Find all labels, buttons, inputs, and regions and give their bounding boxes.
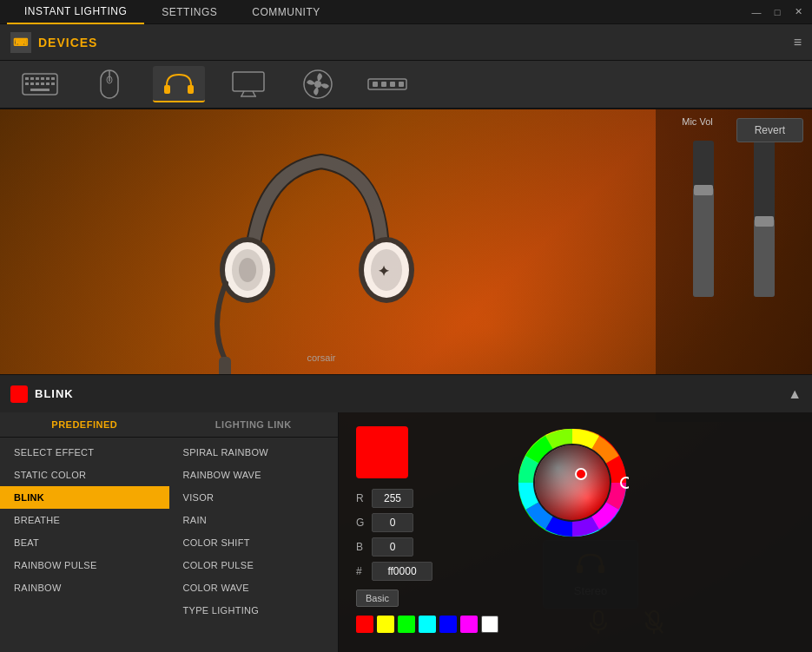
effect-breathe[interactable]: BREATHE	[0, 509, 169, 531]
device-icon-mouse[interactable]	[83, 66, 135, 102]
color-wheel[interactable]	[516, 426, 629, 539]
main-content: ✦ corsair Mic Vol Sidetone	[0, 109, 812, 652]
maximize-button[interactable]: □	[770, 5, 784, 19]
device-icon-strip[interactable]	[361, 66, 413, 102]
effect-beat[interactable]: BEAT	[0, 531, 169, 554]
effect-select-effect[interactable]: SELECT EFFECT	[0, 441, 169, 464]
swatch-blue[interactable]	[439, 616, 457, 633]
device-icons-bar	[0, 61, 812, 109]
svg-line-21	[253, 91, 255, 96]
effect-list: PREDEFINED LIGHTING LINK SELECT EFFECT S…	[0, 412, 339, 652]
svg-rect-28	[390, 82, 395, 87]
svg-text:corsair: corsair	[307, 352, 335, 363]
swatch-cyan[interactable]	[419, 616, 436, 633]
devices-title: ⌨ DEVICES	[10, 32, 97, 53]
svg-rect-11	[46, 82, 50, 85]
b-row: B	[356, 537, 498, 557]
effect-rainbow-pulse[interactable]: RAINBOW PULSE	[0, 554, 169, 576]
window-controls: — □ ✕	[749, 5, 805, 19]
effect-color-pulse[interactable]: COLOR PULSE	[169, 554, 339, 576]
rgb-inputs: R G B #	[356, 489, 498, 633]
sidetone-slider[interactable]	[754, 141, 775, 297]
color-swatches	[356, 616, 498, 633]
svg-rect-17	[164, 85, 170, 94]
device-icon-headset[interactable]	[153, 66, 205, 102]
device-icon-fan[interactable]	[292, 66, 344, 102]
effect-blink[interactable]: BLINK	[0, 486, 169, 509]
svg-rect-7	[25, 82, 29, 85]
titlebar: INSTANT LIGHTING SETTINGS COMMUNITY — □ …	[0, 0, 812, 24]
effect-selector: BLINK ▲	[0, 374, 812, 412]
effect-dropdown-arrow[interactable]: ▲	[788, 386, 802, 402]
svg-text:✦: ✦	[378, 264, 390, 279]
swatch-yellow[interactable]	[377, 616, 394, 633]
effect-color-wave[interactable]: COLOR WAVE	[169, 576, 339, 599]
g-label: G	[356, 517, 366, 529]
svg-rect-29	[399, 82, 404, 87]
effect-static-color[interactable]: STATIC COLOR	[0, 464, 169, 486]
effect-color-shift[interactable]: COLOR SHIFT	[169, 531, 339, 554]
svg-rect-3	[36, 77, 39, 80]
svg-line-20	[241, 91, 244, 96]
svg-rect-9	[36, 82, 39, 85]
tab-predefined[interactable]: PREDEFINED	[0, 412, 169, 437]
svg-rect-2	[30, 77, 34, 80]
svg-rect-5	[46, 77, 50, 80]
mic-vol-slider[interactable]	[693, 141, 714, 297]
color-preview	[356, 426, 408, 478]
swatch-magenta[interactable]	[460, 616, 478, 633]
tab-community[interactable]: COMMUNITY	[234, 0, 338, 24]
effect-type-lighting[interactable]: TYPE LIGHTING	[169, 599, 339, 622]
effect-rainbow[interactable]: RAINBOW	[0, 576, 169, 599]
minimize-button[interactable]: —	[749, 5, 763, 19]
devices-bar: ⌨ DEVICES ≡	[0, 24, 812, 61]
lighting-link-col: SPIRAL RAINBOW RAINBOW WAVE VISOR RAIN C…	[169, 438, 339, 652]
menu-icon[interactable]: ≡	[794, 35, 802, 50]
svg-rect-4	[41, 77, 44, 80]
svg-rect-6	[51, 77, 55, 80]
r-input[interactable]	[372, 489, 413, 508]
svg-rect-1	[25, 77, 29, 80]
tab-lighting-link[interactable]: LIGHTING LINK	[169, 412, 339, 437]
effect-visor[interactable]: VISOR	[169, 486, 339, 509]
svg-rect-13	[30, 89, 50, 91]
swatch-green[interactable]	[398, 616, 415, 633]
b-label: B	[356, 541, 366, 553]
svg-point-24	[314, 81, 321, 88]
devices-label: DEVICES	[38, 36, 97, 49]
hex-label: #	[356, 565, 366, 577]
close-button[interactable]: ✕	[791, 5, 805, 19]
svg-rect-18	[188, 85, 194, 94]
r-row: R	[356, 489, 498, 508]
swatch-white[interactable]	[481, 616, 498, 633]
g-input[interactable]	[372, 513, 413, 532]
device-icon-monitor[interactable]	[222, 66, 274, 102]
svg-point-33	[239, 258, 256, 282]
hex-input[interactable]	[372, 562, 432, 581]
b-input[interactable]	[372, 537, 413, 557]
tab-settings[interactable]: SETTINGS	[144, 0, 234, 24]
bottom-panel: BLINK ▲ PREDEFINED LIGHTING LINK SELECT …	[0, 374, 812, 652]
effect-name: BLINK	[35, 387, 781, 400]
mic-vol-label: Mic Vol	[670, 116, 725, 127]
tab-instant-lighting[interactable]: INSTANT LIGHTING	[7, 0, 144, 24]
svg-rect-26	[373, 82, 378, 87]
color-picker-area: R G B #	[339, 412, 812, 652]
headset-area: ✦ corsair	[174, 127, 469, 405]
nav-tabs: INSTANT LIGHTING SETTINGS COMMUNITY	[7, 0, 338, 24]
swatch-red[interactable]	[356, 616, 373, 633]
r-label: R	[356, 492, 366, 504]
effect-rainbow-wave[interactable]: RAINBOW WAVE	[169, 464, 339, 486]
predefined-col: SELECT EFFECT STATIC COLOR BLINK BREATHE…	[0, 438, 169, 652]
basic-button[interactable]: Basic	[356, 589, 399, 607]
color-picker-row: R G B #	[356, 426, 795, 633]
color-preview-col: R G B #	[356, 426, 498, 633]
devices-icon: ⌨	[10, 32, 31, 53]
svg-rect-10	[41, 82, 44, 85]
device-icon-keyboard[interactable]	[14, 66, 66, 102]
effect-color-dot	[10, 385, 28, 403]
effect-rain[interactable]: RAIN	[169, 509, 339, 531]
hex-row: #	[356, 562, 498, 581]
effect-spiral-rainbow[interactable]: SPIRAL RAINBOW	[169, 441, 339, 464]
revert-button[interactable]: Revert	[736, 118, 803, 142]
